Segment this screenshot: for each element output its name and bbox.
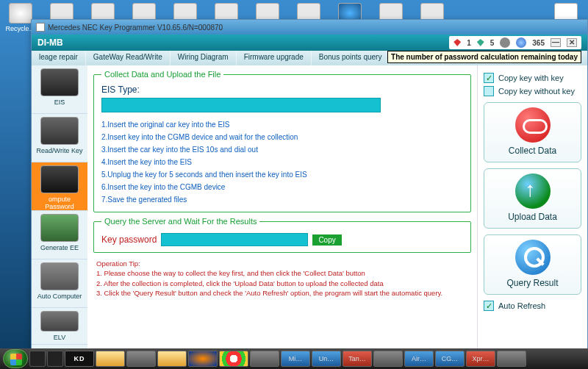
taskbar-item[interactable]: Air… [404,351,434,367]
center-panel: Collect Data and Upload the File EIS Typ… [87,65,477,349]
sidebar-item-generate-ee[interactable]: Generate EE [32,211,87,259]
collect-legend: Collect Data and Upload the File [101,70,223,79]
step-line: 5.Unplug the key for 5 seconds and then … [101,168,463,181]
taskbar-item[interactable] [96,351,125,367]
menu-wiring-diagram[interactable]: Wiring Diagram [171,51,237,65]
btn-label: Collect Data [509,146,556,156]
upload-icon [515,173,551,209]
check-label: Copy key without key [498,87,575,96]
checkbox-icon [484,301,494,311]
sidebar-item-eis[interactable]: EIS [32,65,87,114]
gem-green-icon [477,39,484,46]
sidebar-item-auto-computer[interactable]: Auto Computer [32,259,87,308]
taskbar-item[interactable]: CG… [435,351,465,367]
collect-fieldset: Collect Data and Upload the File EIS Typ… [93,70,471,212]
count-365: 365 [532,39,545,47]
sidebar: EIS Read/Write Key ompute Password Gener… [32,65,87,349]
window-title: Mercedes NEC Key Programmer V10.65.6/N=0… [48,24,223,32]
menu-firmware-upgrade[interactable]: Firmware upgrade [237,51,312,65]
query-legend: Query the Server and Wait For the Result… [101,217,259,226]
step-line: 4.Insert the key into the EIS [101,156,463,168]
app-body: EIS Read/Write Key ompute Password Gener… [32,65,587,349]
sidebar-label: Generate EE [40,244,79,251]
taskbar-item[interactable] [497,351,526,367]
keyboard-icon [40,165,79,193]
key-icon [40,117,79,145]
key-password-label: Key password [101,234,157,245]
right-panel: Copy key with key Copy key without key C… [477,65,587,349]
taskbar: KD Mi… Un… Tan… Air… CG… Xpr… [0,348,588,369]
pcb-icon [40,214,79,242]
eis-type-label: EIS Type: [101,85,463,95]
start-button[interactable] [3,349,28,368]
ecu-icon [40,262,79,290]
key-password-input[interactable] [161,233,308,246]
quicklaunch-icon[interactable] [29,351,46,367]
tip-line: 3. Click the 'Query Result' button and c… [96,288,468,298]
eis-icon [40,68,79,96]
sidebar-item-compute-password[interactable]: ompute Password [32,162,87,211]
btn-label: Query Result [506,278,558,288]
sidebar-item-elv[interactable]: ELV [32,308,87,345]
status-icon[interactable] [500,37,510,48]
taskbar-item[interactable]: Tan… [343,351,372,367]
eis-type-input[interactable] [101,98,381,112]
taskbar-item[interactable] [157,351,187,367]
gem-green-count: 5 [490,39,495,47]
sidebar-label: Auto Computer [37,293,82,300]
checkbox-icon [484,73,494,83]
check-copy-without-key[interactable]: Copy key without key [484,86,581,96]
quicklaunch-icon[interactable] [47,351,63,367]
sidebar-label: EIS [54,98,65,106]
tip-header: Operation Tip: [96,259,468,268]
elv-icon [40,311,79,332]
menu-gateway-rw[interactable]: GateWay Read/Write [86,51,171,65]
tooltip: The number of password calculation remai… [387,51,581,63]
taskbar-item[interactable] [250,351,279,367]
menu-mileage-repair[interactable]: leage repair [32,51,86,65]
taskbar-item[interactable] [188,351,218,367]
taskbar-item[interactable] [219,351,248,367]
taskbar-item[interactable] [126,351,156,367]
taskbar-item[interactable]: Un… [312,351,341,367]
menu-bonus-points[interactable]: Bonus points query [312,51,390,65]
title-bar[interactable]: Mercedes NEC Key Programmer V10.65.6/N=0… [32,20,587,35]
check-auto-refresh[interactable]: Auto Refresh [484,301,581,311]
gem-red-count: 1 [467,39,471,47]
globe-icon[interactable] [516,37,526,48]
copy-button[interactable]: Copy [312,234,341,246]
app-header: DI-MB 1 5 365 — ✕ The number of password… [32,35,587,51]
step-line: 7.Save the generated files [101,193,463,206]
sidebar-label: ELV [54,334,65,341]
sidebar-label: ompute Password [45,196,74,210]
sidebar-item-rw-key[interactable]: Read/Write Key [32,114,87,162]
step-line: 6.Insert the key into the CGMB device [101,181,463,193]
gem-red-icon [453,39,461,46]
query-result-button[interactable]: Query Result [484,234,581,295]
check-label: Auto Refresh [498,301,545,310]
check-copy-with-key[interactable]: Copy key with key [484,73,581,83]
taskbar-item[interactable]: Mi… [281,351,310,367]
sidebar-label: Read/Write Key [37,147,83,154]
steps-list: 1.Insert the original car key into the E… [101,118,463,206]
taskbar-item[interactable]: Xpr… [466,351,495,367]
checkbox-icon [484,86,494,96]
tip-line: 1. Please choose the way to collect the … [96,268,468,278]
query-fieldset: Query the Server and Wait For the Result… [93,217,471,253]
usb-icon [515,107,551,143]
header-right-cluster: 1 5 365 — ✕ The number of password calcu… [449,36,581,49]
search-icon [515,240,551,275]
close-button[interactable]: ✕ [567,38,577,47]
taskbar-item[interactable]: KD [65,351,94,367]
tip-line: 2. After the collection is completed, cl… [96,279,468,288]
taskbar-item[interactable] [373,351,403,367]
minimize-button[interactable]: — [551,38,561,47]
operation-tip: Operation Tip: 1. Please choose the way … [93,257,471,299]
app-window: Mercedes NEC Key Programmer V10.65.6/N=0… [31,19,588,350]
step-line: 2.Insert key into the CGMB device and wa… [101,131,463,143]
brand-label: DI-MB [37,37,63,48]
check-label: Copy key with key [498,74,564,82]
collect-data-button[interactable]: Collect Data [484,102,581,162]
upload-data-button[interactable]: Upload Data [484,168,581,229]
step-line: 1.Insert the original car key into the E… [101,118,463,131]
